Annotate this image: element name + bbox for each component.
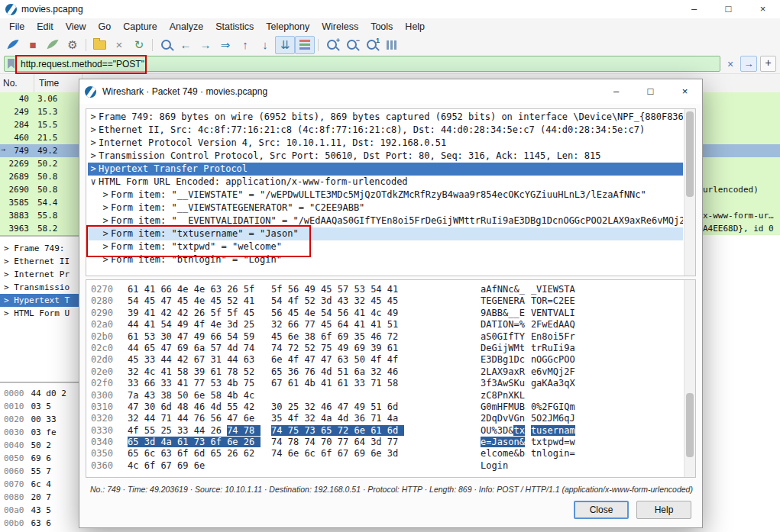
hex-dump-row[interactable]: 03604c 6f 67 69 6e Login: [91, 460, 683, 472]
zoom-in-icon[interactable]: +: [322, 36, 341, 54]
hex-row[interactable]: 006055 7: [0, 465, 79, 478]
packet-detail-row[interactable]: >Form item: "__EVENTVALIDATION" = "/wEdA…: [88, 214, 683, 227]
hex-dump-row[interactable]: 02a044 41 54 49 4f 4e 3d 25 32 66 77 45 …: [91, 319, 683, 330]
detail-tree-item[interactable]: > Frame 749:: [0, 242, 79, 255]
goto-packet-icon[interactable]: ⇒: [215, 36, 235, 54]
hex-dump-row[interactable]: 02f033 66 33 41 77 53 4b 75 67 61 4b 41 …: [91, 378, 683, 389]
expander-icon[interactable]: >: [100, 253, 111, 266]
packet-detail-row[interactable]: >Form item: "txtusername" = "Jason": [88, 227, 683, 240]
open-file-icon[interactable]: [89, 36, 109, 54]
dialog-maximize-button[interactable]: □: [633, 79, 668, 104]
hex-row[interactable]: 00b063 6: [0, 517, 79, 530]
resize-columns-icon[interactable]: [381, 36, 401, 54]
reload-icon[interactable]: ↻: [129, 36, 149, 54]
hex-scrollbar[interactable]: [684, 280, 695, 477]
close-dialog-button[interactable]: Close: [574, 501, 629, 519]
expander-icon[interactable]: >: [88, 137, 99, 150]
colorize-icon[interactable]: [295, 36, 315, 54]
expander-icon[interactable]: >: [100, 189, 111, 202]
hex-dump-row[interactable]: 034065 3d 4a 61 73 6f 6e 26 74 78 74 70 …: [91, 437, 683, 448]
hex-dump-row[interactable]: 03304f 55 25 33 44 26 74 78 74 75 73 65 …: [91, 425, 683, 437]
packet-detail-row[interactable]: >Form item: "txtpwd" = "welcome": [88, 240, 683, 253]
expander-icon[interactable]: ∨: [88, 176, 99, 189]
menu-view[interactable]: View: [60, 18, 92, 35]
hex-dump-row[interactable]: 032032 44 71 44 76 56 47 6e 35 4f 32 4a …: [91, 413, 683, 424]
hex-row[interactable]: 00a043 5: [0, 504, 79, 517]
hex-row[interactable]: 003003 fe: [0, 426, 79, 439]
filter-apply-icon[interactable]: →: [740, 56, 757, 72]
hex-dump-row[interactable]: 03007a 43 38 50 6e 58 4b 4c zC8PnXKL: [91, 390, 683, 401]
menu-go[interactable]: Go: [92, 18, 118, 35]
hex-dump-row[interactable]: 02c044 65 47 69 6a 57 4d 74 74 72 52 75 …: [91, 343, 683, 354]
filter-add-button[interactable]: +: [760, 56, 776, 72]
go-back-icon[interactable]: ←: [176, 36, 196, 54]
column-header-time[interactable]: Time: [34, 74, 83, 92]
close-button[interactable]: ×: [746, 0, 780, 18]
menu-capture[interactable]: Capture: [117, 18, 163, 35]
filter-clear-icon[interactable]: ×: [723, 58, 738, 70]
menu-statistics[interactable]: Statistics: [209, 18, 260, 35]
expander-icon[interactable]: >: [88, 111, 99, 124]
scrollbar-thumb[interactable]: [686, 111, 694, 197]
expander-icon[interactable]: >: [100, 227, 111, 240]
capture-start-icon[interactable]: [3, 36, 23, 54]
hex-dump-row[interactable]: 02e032 4c 41 58 39 61 78 52 65 36 76 4d …: [91, 366, 683, 378]
packet-detail-row[interactable]: >Form item: "btnlogin" = "Login": [88, 253, 683, 266]
expander-icon[interactable]: >: [88, 124, 99, 137]
capture-options-icon[interactable]: ⚙: [63, 36, 83, 54]
minimize-button[interactable]: –: [677, 0, 711, 18]
menu-analyze[interactable]: Analyze: [163, 18, 209, 35]
dialog-close-icon[interactable]: ×: [668, 79, 702, 104]
hex-dump-row[interactable]: 028054 45 47 45 4e 45 52 41 54 4f 52 3d …: [91, 295, 683, 307]
packet-detail-row[interactable]: >Ethernet II, Src: 4c:8f:77:16:21:c8 (4c…: [88, 124, 683, 137]
hex-row[interactable]: 008020 7: [0, 491, 79, 504]
capture-restart-icon[interactable]: [43, 36, 63, 54]
find-packet-icon[interactable]: [156, 36, 176, 54]
capture-stop-icon[interactable]: ■: [23, 36, 43, 54]
hex-row[interactable]: 004050 2: [0, 439, 79, 452]
detail-tree-item[interactable]: > HTML Form U: [0, 307, 79, 320]
maximize-button[interactable]: □: [711, 0, 746, 18]
menu-help[interactable]: Help: [399, 18, 431, 35]
detail-tree-item[interactable]: > Ethernet II: [0, 255, 79, 268]
autoscroll-icon[interactable]: ⇊: [275, 36, 295, 54]
expander-icon[interactable]: >: [88, 163, 99, 176]
packet-detail-row[interactable]: >Internet Protocol Version 4, Src: 10.10…: [88, 137, 683, 150]
hex-dump-row[interactable]: 031047 30 6d 48 46 4d 55 42 30 25 32 46 …: [91, 401, 683, 413]
dialog-minimize-button[interactable]: –: [599, 79, 633, 104]
detail-tree-item[interactable]: > Hypertext T: [0, 294, 79, 307]
packet-detail-row[interactable]: ∨HTML Form URL Encoded: application/x-ww…: [88, 176, 683, 189]
scrollbar-thumb[interactable]: [686, 393, 694, 457]
hex-row[interactable]: 00706c 4: [0, 478, 79, 491]
expander-icon[interactable]: >: [100, 202, 111, 214]
column-header-no[interactable]: No.: [0, 74, 34, 92]
menu-tools[interactable]: Tools: [364, 18, 399, 35]
hex-dump-row[interactable]: 029039 41 42 42 26 5f 5f 45 56 45 4e 54 …: [91, 308, 683, 319]
packet-detail-row[interactable]: >Form item: "__VIEWSTATE" = "/wEPDwULLTE…: [88, 189, 683, 202]
packet-detail-row[interactable]: >Hypertext Transfer Protocol: [88, 163, 683, 176]
menu-file[interactable]: File: [3, 18, 31, 35]
packet-detail-row[interactable]: >Form item: "__VIEWSTATEGENERATOR" = "C2…: [88, 202, 683, 214]
expander-icon[interactable]: >: [100, 240, 111, 253]
zoom-100-icon[interactable]: 1: [361, 36, 381, 54]
go-first-icon[interactable]: ↑: [235, 36, 255, 54]
hex-row[interactable]: 000044 d0 2: [0, 387, 79, 400]
hex-dump-row[interactable]: 027061 41 66 4e 4e 63 26 5f 5f 56 49 45 …: [91, 284, 683, 295]
detail-tree-item[interactable]: > Transmissio: [0, 281, 79, 294]
hex-dump-row[interactable]: 02b061 53 30 47 49 66 54 59 45 6e 38 6f …: [91, 331, 683, 343]
hex-dump-row[interactable]: 035065 6c 63 6f 6d 65 26 62 74 6e 6c 6f …: [91, 448, 683, 459]
expander-icon[interactable]: >: [88, 150, 99, 163]
tree-scrollbar[interactable]: [684, 109, 695, 276]
menu-telephony[interactable]: Telephony: [260, 18, 316, 35]
hex-row[interactable]: 002000 33: [0, 413, 79, 426]
detail-tree-item[interactable]: > Internet Pr: [0, 268, 79, 281]
packet-detail-row[interactable]: >Transmission Control Protocol, Src Port…: [88, 150, 683, 163]
packet-detail-row[interactable]: >Frame 749: 869 bytes on wire (6952 bits…: [88, 111, 683, 124]
go-last-icon[interactable]: ↓: [255, 36, 275, 54]
go-forward-icon[interactable]: →: [196, 36, 215, 54]
filter-bookmark-icon[interactable]: [8, 59, 15, 69]
menu-wireless[interactable]: Wireless: [316, 18, 364, 35]
expander-icon[interactable]: >: [100, 214, 111, 227]
zoom-out-icon[interactable]: −: [341, 36, 361, 54]
hex-dump-row[interactable]: 02d045 33 44 42 67 31 44 63 6e 4f 47 47 …: [91, 354, 683, 366]
